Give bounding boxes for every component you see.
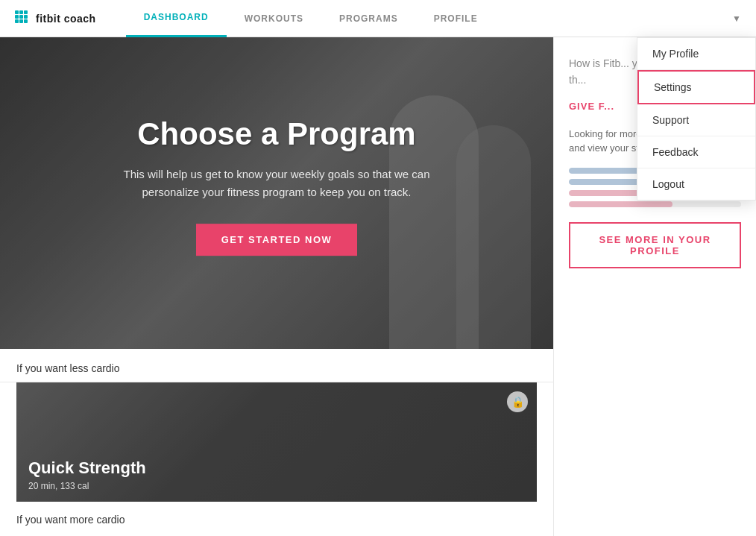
hero-section: Choose a Program This will help us get t… (0, 37, 553, 349)
svg-rect-7 (19, 19, 23, 23)
dropdown-logout[interactable]: Logout (637, 168, 755, 200)
nav-dropdown-arrow[interactable]: ▼ (732, 13, 741, 24)
workout-card-info: Quick Strength 20 min, 133 cal (28, 458, 146, 491)
nav-workouts[interactable]: WORKOUTS (227, 0, 321, 37)
svg-rect-2 (24, 10, 28, 14)
section-less-cardio-label: If you want less cardio (0, 349, 553, 382)
progress-bar-fill-3 (569, 190, 646, 196)
workout-lock-icon: 🔒 (507, 391, 528, 412)
see-more-profile-button[interactable]: SEE MORE IN YOUR PROFILE (569, 222, 741, 268)
svg-rect-4 (19, 15, 23, 19)
hero-title: Choose a Program (98, 116, 456, 152)
left-content: Choose a Program This will help us get t… (0, 37, 553, 536)
svg-rect-5 (24, 15, 28, 19)
dropdown-menu: My Profile Settings Support Feedback Log… (637, 37, 756, 201)
svg-rect-6 (15, 19, 19, 23)
workout-card-meta: 20 min, 133 cal (28, 481, 146, 491)
nav-links: DASHBOARD WORKOUTS PROGRAMS PROFILE (126, 0, 732, 37)
svg-rect-3 (15, 15, 19, 19)
dropdown-feedback[interactable]: Feedback (637, 136, 755, 168)
workout-card-title: Quick Strength (28, 458, 146, 478)
svg-rect-0 (15, 10, 19, 14)
nav-programs[interactable]: PROGRAMS (321, 0, 416, 37)
logo-text: fitbit coach (36, 13, 96, 25)
dropdown-settings[interactable]: Settings (637, 70, 755, 104)
svg-rect-1 (19, 10, 23, 14)
nav-profile[interactable]: PROFILE (416, 0, 496, 37)
section-more-cardio-label: If you want more cardio (0, 502, 553, 533)
nav-dashboard[interactable]: DASHBOARD (126, 0, 227, 37)
dropdown-support[interactable]: Support (637, 104, 755, 136)
nav-right: ▼ (732, 13, 741, 24)
workout-card-quick-strength[interactable]: Quick Strength 20 min, 133 cal 🔒 (16, 382, 537, 502)
progress-bar-fill-4 (569, 201, 672, 207)
dropdown-my-profile[interactable]: My Profile (637, 38, 755, 70)
get-started-button[interactable]: GET STARTED NOW (196, 224, 358, 256)
svg-rect-8 (24, 19, 28, 23)
logo[interactable]: fitbit coach (15, 10, 96, 27)
navbar: fitbit coach DASHBOARD WORKOUTS PROGRAMS… (0, 0, 756, 37)
hero-subtitle: This will help us get to know your weekl… (98, 165, 456, 201)
progress-bar-row-4 (569, 201, 741, 207)
hero-text: Choose a Program This will help us get t… (98, 116, 456, 256)
fitbit-logo-icon (15, 10, 31, 27)
